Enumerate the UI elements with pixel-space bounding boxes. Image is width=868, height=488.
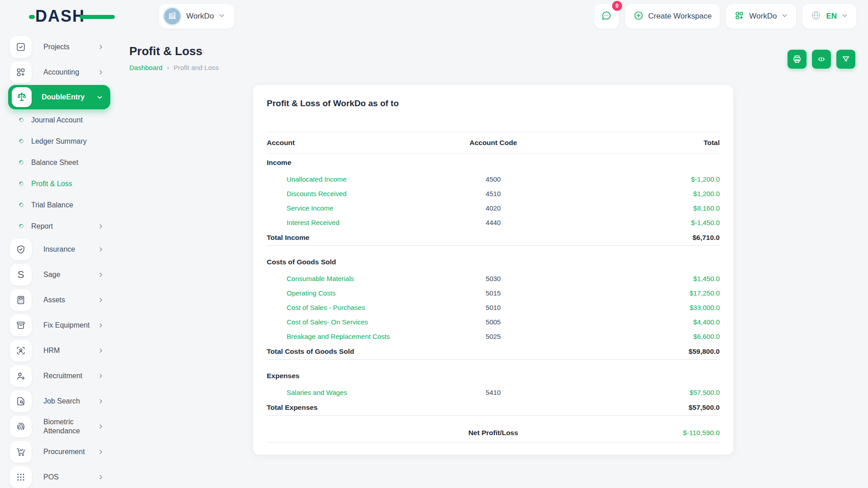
account-total: $1,450.0	[569, 275, 720, 282]
recruitment-icon	[10, 365, 32, 387]
sidebar-item-fix-equipment[interactable]: Fix Equipment	[0, 313, 118, 338]
sidebar-item-doubleentry[interactable]: DoubleEntry	[8, 85, 110, 109]
header-actions: 0 Create Workspace WorkDo EN	[594, 4, 856, 28]
table-row: Breakage and Replacement Costs5025$6,600…	[267, 329, 720, 343]
account-link[interactable]: Unallocated Income	[267, 175, 418, 183]
account-link[interactable]: Salaries and Wages	[267, 389, 418, 396]
account-link[interactable]: Operating Costs	[267, 289, 418, 297]
workspace-selector[interactable]: WorkDo	[159, 4, 234, 28]
account-link[interactable]: Cost of Sales - Purchases	[267, 304, 418, 311]
sidebar-item-sage[interactable]: SSage	[0, 262, 118, 287]
dash-logo: DASH	[29, 6, 119, 26]
chevron-down-icon	[781, 12, 788, 21]
sidebar-item-label: Profit & Loss	[31, 179, 72, 188]
account-total: $-1,450.0	[569, 219, 720, 226]
building-icon	[167, 10, 177, 22]
assets-icon	[10, 289, 32, 311]
sub-bullet-icon	[19, 139, 24, 144]
workspace-name: WorkDo	[186, 12, 214, 21]
account-link[interactable]: Discounts Received	[267, 190, 418, 197]
table-body: IncomeUnallocated Income4500$-1,200.0Dis…	[267, 154, 720, 423]
chevron-right-icon	[98, 449, 104, 455]
sidebar-item-accounting[interactable]: Accounting	[0, 60, 118, 85]
column-header-account-code: Account Code	[418, 139, 569, 147]
chevron-right-icon	[98, 373, 104, 379]
table-row: Interest Received4440$-1,450.0	[267, 215, 720, 230]
sage-icon: S	[10, 264, 32, 286]
sidebar-item-recruitment[interactable]: Recruitment	[0, 363, 118, 389]
sidebar-item-label: DoubleEntry	[42, 93, 85, 102]
table-row: Operating Costs5015$17,250.0	[267, 286, 720, 300]
table-row: Discounts Received4510$1,200.0	[267, 186, 720, 201]
sidebar-item-ledger-summary[interactable]: Ledger Summary	[0, 131, 118, 152]
plus-circle-icon	[633, 10, 644, 23]
app-selector[interactable]: WorkDo	[726, 4, 796, 28]
sidebar-item-balance-sheet[interactable]: Balance Sheet	[0, 152, 118, 173]
language-label: EN	[826, 12, 837, 21]
section-total-value: $59,800.0	[569, 347, 720, 356]
main-content: Profit & Loss Dashboard › Profit and Los…	[118, 33, 868, 488]
breadcrumb: Dashboard › Profit and Loss	[129, 64, 868, 71]
sidebar-item-insurance[interactable]: Insurance	[0, 237, 118, 262]
sidebar-item-label: POS	[43, 473, 59, 482]
language-selector[interactable]: EN	[802, 4, 856, 28]
account-code: 4510	[418, 190, 569, 197]
workspace-avatar	[163, 7, 182, 26]
account-link[interactable]: Breakage and Replacement Costs	[267, 333, 418, 340]
sidebar-item-biometric-attendance[interactable]: Biometric Attendance	[0, 414, 118, 439]
messages-button[interactable]: 0	[594, 4, 619, 28]
section-title: Income	[267, 154, 720, 172]
sidebar-item-label: Insurance	[43, 245, 75, 254]
chevron-right-icon	[98, 347, 104, 354]
code-button[interactable]	[812, 50, 831, 69]
sidebar-item-hrm[interactable]: HRM	[0, 338, 118, 363]
insurance-icon	[10, 239, 32, 260]
table-row: Unallocated Income4500$-1,200.0	[267, 172, 720, 186]
grid-plus-icon	[734, 10, 745, 23]
column-header-total: Total	[569, 139, 720, 147]
net-profit-loss-value: $-110,590.0	[569, 429, 720, 437]
sidebar-item-journal-account[interactable]: Journal Account	[0, 109, 118, 131]
sidebar-item-profit-loss[interactable]: Profit & Loss	[0, 173, 118, 194]
breadcrumb-dashboard-link[interactable]: Dashboard	[129, 64, 162, 71]
sidebar-item-procurement[interactable]: Procurement	[0, 439, 118, 465]
section-total-value: $57,500.0	[569, 404, 720, 412]
sidebar-item-assets[interactable]: Assets	[0, 287, 118, 313]
sidebar-item-pos[interactable]: POS	[0, 465, 118, 488]
section-total-row: Total Income$6,710.0	[267, 230, 720, 246]
create-workspace-button[interactable]: Create Workspace	[625, 4, 720, 28]
table-row: Salaries and Wages5410$57,500.0	[267, 385, 720, 399]
account-link[interactable]: Cost of Sales- On Services	[267, 318, 418, 326]
account-total: $57,500.0	[569, 389, 720, 396]
sidebar-item-job-search[interactable]: Job Search	[0, 389, 118, 414]
chevron-down-icon	[841, 12, 848, 21]
chevron-right-icon	[98, 322, 104, 328]
sidebar-item-projects[interactable]: Projects	[0, 34, 118, 60]
table-row: Service Income4020$8,160.0	[267, 201, 720, 215]
sidebar-item-trial-balance[interactable]: Trial Balance	[0, 194, 118, 216]
sidebar-item-label: Recruitment	[43, 371, 82, 380]
account-link[interactable]: Consumable Materials	[267, 275, 418, 282]
account-total: $33,000.0	[569, 304, 720, 311]
section-gap	[267, 360, 720, 367]
sidebar-item-report[interactable]: Report	[0, 216, 118, 237]
account-code: 5005	[418, 318, 569, 326]
sidebar-item-label: Job Search	[43, 397, 80, 406]
account-code: 5030	[418, 275, 569, 282]
section-total-label: Total Costs of Goods Sold	[267, 347, 418, 356]
fix-equipment-icon	[10, 314, 32, 336]
section-title: Expenses	[267, 367, 720, 385]
section-gap	[267, 416, 720, 423]
chevron-right-icon	[98, 423, 104, 430]
chevron-down-icon	[96, 94, 103, 101]
printer-button[interactable]	[788, 50, 807, 69]
job-search-icon	[10, 390, 32, 412]
sidebar-item-label: HRM	[43, 346, 60, 355]
filter-button[interactable]	[836, 50, 855, 69]
chevron-right-icon	[98, 272, 104, 278]
account-link[interactable]: Interest Received	[267, 219, 418, 226]
account-link[interactable]: Service Income	[267, 204, 418, 212]
account-total: $8,160.0	[569, 204, 720, 212]
hrm-icon	[10, 340, 32, 361]
app-selector-label: WorkDo	[749, 12, 777, 21]
